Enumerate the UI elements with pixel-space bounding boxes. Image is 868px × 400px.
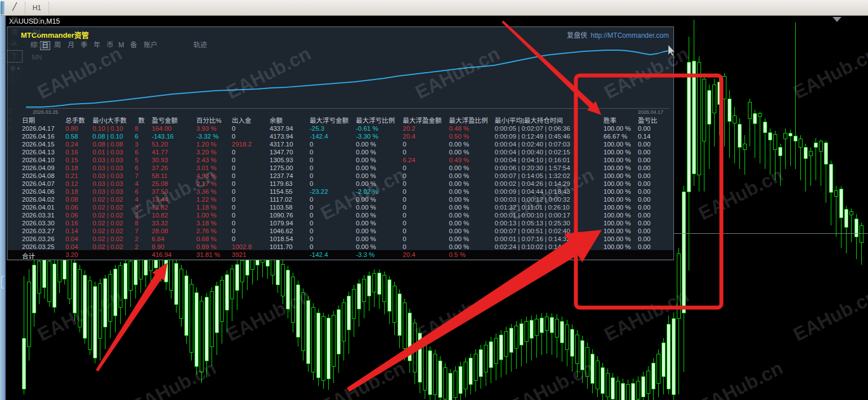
timeframe-button-d1[interactable]: D1 — [28, 26, 46, 39]
window-left-border — [0, 16, 6, 400]
shapes-tool-button[interactable]: ❖▾ — [7, 63, 23, 75]
autoscroll-marker-icon[interactable] — [832, 17, 841, 22]
toolbar: ↖+│─╱▨≣AT❖▾ M1M5M15M30H1H4D1W1MN — [0, 0, 868, 16]
toolbar-separator — [25, 2, 25, 14]
timeframe-button-w1[interactable]: W1 — [28, 39, 46, 51]
trendline-tool-button[interactable]: ╱ — [7, 1, 23, 13]
timeframe-button-h1[interactable]: H1 — [28, 2, 46, 14]
timeframe-button-mn[interactable]: MN — [28, 51, 46, 64]
timeframe-button-h4[interactable]: H4 — [28, 14, 46, 26]
channel-tool-button[interactable]: ▨ — [7, 13, 23, 25]
mtcommander-panel: MTCommander资管 复盘侠http://MTCommander.com … — [7, 26, 674, 260]
fibonacci-tool-button[interactable]: ≣ — [7, 25, 23, 38]
toolbar-separator — [49, 2, 49, 14]
mouse-cursor-icon — [7, 27, 675, 261]
mt4-window: ↖+│─╱▨≣AT❖▾ M1M5M15M30H1H4D1W1MN XAUUSD.… — [0, 0, 868, 400]
label-tool-button[interactable]: T — [7, 50, 23, 63]
toolbar-grip[interactable] — [1, 1, 5, 15]
text-tool-button[interactable]: A — [7, 38, 23, 50]
current-price-line — [674, 233, 868, 234]
